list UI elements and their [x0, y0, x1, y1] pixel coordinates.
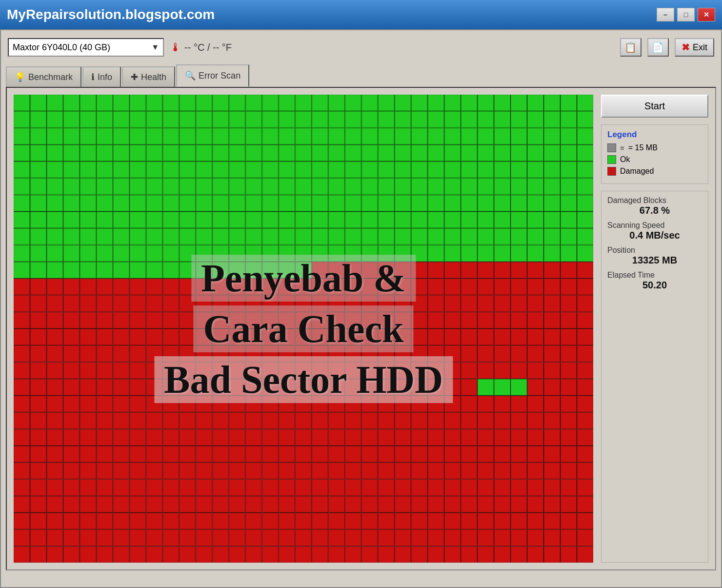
title-bar-text: MyRepairsolution.blogspot.com	[7, 7, 215, 22]
title-bar-buttons: – □ ✕	[657, 8, 715, 21]
legend-item-mb: = = 15 MB	[607, 143, 702, 152]
scan-grid-canvas	[14, 95, 593, 563]
exit-label: Exit	[693, 42, 707, 53]
scan-panel: Penyebab & Cara Check Bad Sector HDD	[14, 95, 593, 563]
damaged-blocks-value: 67.8 %	[607, 205, 702, 216]
stat-position: Position 13325 MB	[607, 246, 702, 266]
thermometer-icon: 🌡	[170, 41, 181, 54]
benchmark-icon: 💡	[15, 72, 25, 82]
scanning-speed-label: Scanning Speed	[607, 221, 702, 230]
exit-button[interactable]: ✖ Exit	[675, 38, 714, 57]
legend-item-damaged: Damaged	[607, 167, 702, 176]
legend-swatch-green	[607, 155, 616, 164]
tab-benchmark-label: Benchmark	[28, 72, 73, 82]
stat-damaged-blocks: Damaged Blocks 67.8 %	[607, 196, 702, 216]
tab-health[interactable]: ✚ Health	[122, 66, 175, 87]
stat-scanning-speed: Scanning Speed 0.4 MB/sec	[607, 221, 702, 241]
content-area: Penyebab & Cara Check Bad Sector HDD Sta…	[6, 87, 716, 570]
legend-box: Legend = = 15 MB Ok Damaged	[601, 124, 708, 184]
drive-select[interactable]: Maxtor 6Y040L0 (40 GB) ▼	[8, 38, 164, 57]
tab-health-label: Health	[141, 72, 166, 82]
copy-button[interactable]: 📋	[620, 38, 642, 57]
legend-ok-label: Ok	[620, 155, 630, 164]
elapsed-time-value: 50.20	[607, 280, 702, 291]
drive-label: Maxtor 6Y040L0 (40 GB)	[13, 42, 110, 53]
scanning-speed-value: 0.4 MB/sec	[607, 230, 702, 241]
legend-mb-label: = 15 MB	[628, 143, 658, 152]
position-value: 13325 MB	[607, 255, 702, 266]
paste-icon: 📄	[652, 41, 664, 53]
legend-swatch-gray	[607, 143, 616, 152]
legend-title: Legend	[607, 130, 702, 140]
paste-button[interactable]: 📄	[647, 38, 669, 57]
right-panel: Start Legend = = 15 MB Ok Damaged	[601, 95, 708, 563]
tabs-row: 💡 Benchmark ℹ Info ✚ Health 🔍 Error Scan	[6, 64, 716, 87]
title-bar: MyRepairsolution.blogspot.com – □ ✕	[0, 0, 722, 29]
exit-x-icon: ✖	[682, 41, 690, 53]
minimize-button[interactable]: –	[657, 8, 674, 21]
position-label: Position	[607, 246, 702, 255]
tab-errorscan-label: Error Scan	[199, 71, 241, 81]
damaged-blocks-label: Damaged Blocks	[607, 196, 702, 205]
legend-damaged-label: Damaged	[620, 167, 654, 176]
legend-item-ok: Ok	[607, 155, 702, 164]
tab-errorscan[interactable]: 🔍 Error Scan	[176, 64, 249, 87]
main-window: Maxtor 6Y040L0 (40 GB) ▼ 🌡 -- °C / -- °F…	[0, 29, 722, 588]
health-icon: ✚	[131, 72, 138, 82]
maximize-button[interactable]: □	[677, 8, 695, 21]
temp-display: 🌡 -- °C / -- °F	[170, 41, 232, 54]
tab-info-label: Info	[98, 72, 112, 82]
elapsed-time-label: Elapsed Time	[607, 271, 702, 280]
tab-benchmark[interactable]: 💡 Benchmark	[6, 66, 81, 87]
legend-swatch-red	[607, 167, 616, 176]
copy-icon: 📋	[624, 41, 637, 53]
close-button[interactable]: ✕	[698, 8, 715, 21]
errorscan-icon: 🔍	[185, 70, 196, 81]
temp-value: -- °C / -- °F	[184, 42, 232, 53]
stats-box: Damaged Blocks 67.8 % Scanning Speed 0.4…	[601, 191, 708, 563]
stat-elapsed-time: Elapsed Time 50.20	[607, 271, 702, 291]
dropdown-arrow-icon: ▼	[151, 43, 159, 52]
tab-info[interactable]: ℹ Info	[82, 66, 121, 87]
info-icon: ℹ	[91, 72, 95, 82]
toolbar: Maxtor 6Y040L0 (40 GB) ▼ 🌡 -- °C / -- °F…	[6, 35, 716, 60]
start-button[interactable]: Start	[601, 95, 708, 118]
